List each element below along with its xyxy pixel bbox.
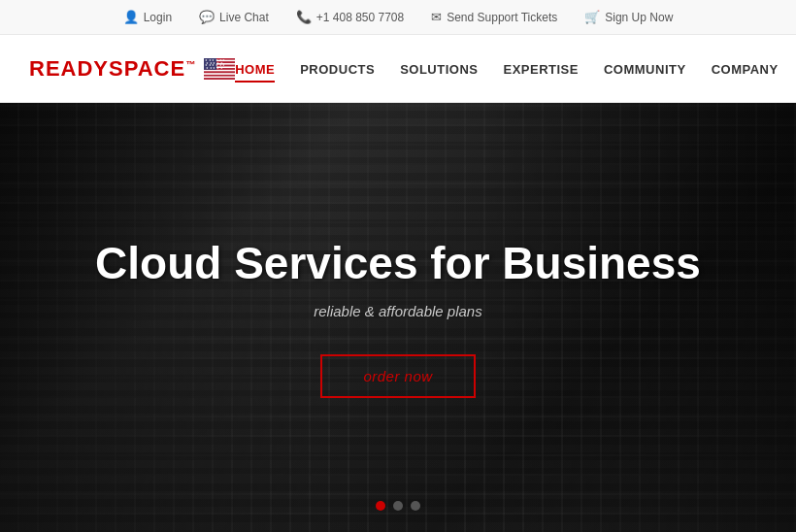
svg-rect-9	[204, 73, 235, 75]
nav-item-expertise[interactable]: EXPERTISE	[503, 60, 578, 78]
logo: READYSPACE™ ★ ★ ★ ★ ★ ★ ★ ★ ★ ★ ★ ★ ★ ★ …	[29, 56, 235, 82]
hero-dot-2[interactable]	[393, 501, 403, 511]
login-icon: 👤	[123, 10, 139, 24]
nav-item-company[interactable]: COMPANY	[712, 60, 779, 78]
main-nav: READYSPACE™ ★ ★ ★ ★ ★ ★ ★ ★ ★ ★ ★ ★ ★ ★ …	[0, 35, 796, 103]
top-bar: 👤 Login 💬 Live Chat 📞 +1 408 850 7708 ✉ …	[0, 0, 796, 35]
nav-item-products[interactable]: PRODUCTS	[300, 60, 375, 78]
signup-label: Sign Up Now	[605, 11, 673, 24]
svg-rect-10	[204, 74, 235, 76]
cart-icon: 🛒	[584, 10, 600, 24]
hero-subtitle: reliable & affordable plans	[95, 303, 701, 319]
support-label: Send Support Tickets	[447, 11, 557, 24]
support-icon: ✉	[431, 10, 442, 24]
hero-dot-3[interactable]	[411, 501, 420, 511]
login-link[interactable]: 👤 Login	[123, 10, 172, 24]
phone-icon: 📞	[296, 10, 312, 24]
hero-section: Cloud Services for Business reliable & a…	[0, 103, 796, 532]
nav-links: HOME PRODUCTS SOLUTIONS EXPERTISE COMMUN…	[235, 60, 778, 78]
hero-title: Cloud Services for Business	[95, 237, 701, 289]
live-chat-link[interactable]: 💬 Live Chat	[199, 10, 269, 24]
hero-cta-button[interactable]: order now	[320, 354, 475, 398]
login-label: Login	[144, 11, 172, 24]
signup-link[interactable]: 🛒 Sign Up Now	[584, 10, 673, 24]
svg-rect-7	[204, 69, 235, 71]
svg-rect-8	[204, 71, 235, 73]
hero-dots	[376, 501, 420, 511]
chat-icon: 💬	[199, 10, 215, 24]
svg-rect-11	[204, 76, 235, 78]
phone-number: +1 408 850 7708	[316, 11, 404, 24]
hero-dot-1[interactable]	[376, 501, 385, 511]
nav-item-solutions[interactable]: SOLUTIONS	[400, 60, 478, 78]
nav-item-home[interactable]: HOME	[235, 60, 275, 78]
nav-item-community[interactable]: COMMUNITY	[604, 60, 686, 78]
hero-content: Cloud Services for Business reliable & a…	[95, 237, 701, 398]
brand-name: READYSPACE™	[29, 56, 196, 82]
svg-text:★ ★ ★ ★ ★: ★ ★ ★ ★ ★	[206, 65, 223, 69]
svg-rect-12	[204, 78, 235, 80]
phone-link[interactable]: 📞 +1 408 850 7708	[296, 10, 404, 24]
support-link[interactable]: ✉ Send Support Tickets	[431, 10, 557, 24]
flag-icon: ★ ★ ★ ★ ★ ★ ★ ★ ★ ★ ★ ★ ★ ★ ★ ★ ★ ★ ★ ★ …	[204, 58, 235, 80]
live-chat-label: Live Chat	[219, 11, 269, 24]
